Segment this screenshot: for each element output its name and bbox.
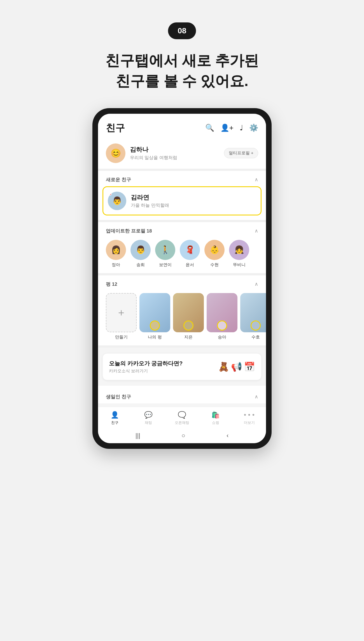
headline: 친구탭에서 새로 추가된 친구를 볼 수 있어요. [105, 50, 259, 91]
story-item-3[interactable]: 승아 [207, 293, 237, 340]
nav-item-shopping[interactable]: 🛍️ 쇼핑 [199, 411, 232, 425]
profile-thumb-3[interactable]: 🧣 윤서 [180, 240, 200, 268]
thumb-avatar-5: 👧 [229, 240, 249, 260]
new-dot [108, 192, 112, 196]
story-item-1[interactable]: 나의 펑 [139, 293, 170, 340]
story-avatar-ring-3 [217, 320, 227, 331]
story-name-4: 수호 [251, 335, 260, 340]
profile-thumb-1[interactable]: 👨 송희 [130, 240, 151, 268]
birthday-section: 생일인 친구 ∧ [98, 389, 266, 403]
new-friend-status: 가을 하늘 만끽할래 [131, 203, 169, 208]
birthday-header: 생일인 친구 ∧ [98, 389, 266, 403]
new-friends-label: 새로운 친구 [106, 176, 131, 183]
my-avatar-image: 😊 [106, 143, 125, 163]
nav-item-chat[interactable]: 💬 채팅 [132, 411, 165, 425]
updated-profiles-header: 업데이트한 프로필 18 ∧ [98, 223, 266, 238]
story-item-2[interactable]: 지은 [173, 293, 204, 340]
profile-thumb-5[interactable]: 👧 뚜비니 [229, 240, 249, 268]
settings-icon[interactable]: ⚙️ [249, 124, 258, 132]
story-card-3 [207, 293, 237, 332]
new-friend-box[interactable]: 👨 김라연 가을 하늘 만끽할래 [102, 186, 262, 215]
story-header: 펑 12 ∧ [98, 276, 266, 291]
thumb-name-0: 정아 [112, 262, 120, 268]
my-profile-name: 김하나 [130, 145, 224, 154]
story-card-1 [139, 293, 170, 332]
my-avatar: 😊 [106, 143, 125, 163]
profile-thumb-0[interactable]: 👩 정아 [106, 240, 126, 268]
thumb-name-2: 보연이 [159, 262, 172, 268]
nav-friends-icon: 👤 [111, 411, 119, 419]
story-label: 펑 12 [106, 281, 117, 287]
nav-openchat-label: 오픈채팅 [175, 420, 189, 425]
nav-item-friends[interactable]: 👤 친구 [98, 411, 132, 425]
nav-friends-label: 친구 [111, 420, 118, 425]
thumb-name-1: 송희 [136, 262, 145, 268]
new-friend-info: 김라연 가을 하늘 만끽할래 [131, 193, 169, 208]
nav-more-label: 더보기 [244, 420, 255, 425]
page: 08 친구탭에서 새로 추가된 친구를 볼 수 있어요. 친구 🔍 👤+ ♩ ⚙… [0, 0, 364, 641]
updated-profiles-chevron: ∧ [255, 228, 258, 234]
profiles-scroll: 👩 정아 👨 송희 🚶 [98, 238, 266, 273]
nav-shopping-icon: 🛍️ [211, 411, 220, 419]
story-create-card: ＋ [106, 293, 137, 332]
story-avatar-ring-2 [183, 320, 193, 331]
thumb-name-3: 윤서 [186, 262, 194, 268]
story-create-label: 만들기 [115, 335, 128, 340]
story-card-4 [240, 293, 266, 332]
header-icons-group: 🔍 👤+ ♩ ⚙️ [205, 124, 258, 132]
spacer [98, 403, 266, 407]
story-section: 펑 12 ∧ ＋ 만들기 [98, 276, 266, 345]
music-icon[interactable]: ♩ [240, 124, 243, 132]
updated-profiles-section: 업데이트한 프로필 18 ∧ 👩 정아 👨 [98, 223, 266, 273]
step-badge: 08 [168, 22, 196, 39]
my-profile-info: 김하나 우리의 일상을 여행처럼 [130, 145, 224, 161]
story-item-4[interactable]: 수호 [240, 293, 266, 340]
new-friend-item: 👨 김라연 가을 하늘 만끽할래 [108, 192, 256, 210]
my-profile-section[interactable]: 😊 김하나 우리의 일상을 여행처럼 멀티프로필 + [98, 139, 266, 169]
story-avatar-ring-4 [251, 320, 261, 331]
new-friend-name: 김라연 [131, 193, 169, 202]
story-card-2 [173, 293, 204, 332]
new-friend-avatar: 👨 [108, 192, 126, 210]
kakao-banner[interactable]: 오늘의 카카오가 궁금하다면? 카카오소식 보러가기 🧸 📢 📅 [102, 353, 262, 380]
birthday-chevron: ∧ [255, 394, 258, 400]
kakao-banner-container: 오늘의 카카오가 궁금하다면? 카카오소식 보러가기 🧸 📢 📅 [98, 348, 266, 386]
nav-more-icon: • • • [244, 411, 255, 419]
multi-profile-button[interactable]: 멀티프로필 + [224, 148, 258, 158]
kakao-alert-icon: 📢 [231, 361, 242, 372]
headline-line1: 친구탭에서 새로 추가된 [105, 52, 259, 69]
nav-openchat-icon: 🗨️ [178, 411, 186, 419]
system-nav-menu[interactable]: ||| [136, 432, 140, 439]
thumb-name-4: 수현 [210, 262, 219, 268]
divider4 [98, 345, 266, 348]
kakao-title: 오늘의 카카오가 궁금하다면? [109, 360, 183, 367]
new-friends-header: 새로운 친구 ∧ [98, 171, 266, 186]
app-title: 친구 [106, 122, 125, 134]
badge-number: 08 [178, 26, 186, 35]
nav-chat-label: 채팅 [145, 420, 152, 425]
divider2 [98, 220, 266, 222]
story-plus-icon: ＋ [116, 306, 126, 319]
nav-item-openchat[interactable]: 🗨️ 오픈채팅 [165, 411, 199, 425]
search-icon[interactable]: 🔍 [205, 124, 214, 132]
add-friend-icon[interactable]: 👤+ [220, 124, 234, 132]
phone-mockup: 친구 🔍 👤+ ♩ ⚙️ 😊 김하나 우리의 일상을 여행처럼 멀티프로필 + [92, 108, 272, 449]
kakao-subtitle: 카카오소식 보러가기 [109, 368, 183, 374]
system-nav-home[interactable]: ○ [181, 432, 185, 439]
my-profile-status: 우리의 일상을 여행처럼 [130, 155, 224, 161]
system-nav: ||| ○ ‹ [98, 428, 266, 443]
system-nav-back[interactable]: ‹ [227, 432, 228, 439]
phone-screen: 친구 🔍 👤+ ♩ ⚙️ 😊 김하나 우리의 일상을 여행처럼 멀티프로필 + [98, 114, 266, 443]
nav-item-more[interactable]: • • • 더보기 [232, 411, 266, 425]
profile-thumb-4[interactable]: 👶 수현 [204, 240, 225, 268]
thumb-avatar-1: 👨 [130, 240, 151, 260]
thumb-avatar-3: 🧣 [180, 240, 200, 260]
new-friends-chevron: ∧ [255, 176, 258, 183]
stories-row: ＋ 만들기 나의 펑 [98, 291, 266, 345]
updated-profiles-label: 업데이트한 프로필 18 [106, 228, 152, 234]
thumb-dot-0 [106, 240, 109, 243]
story-create-item[interactable]: ＋ 만들기 [106, 293, 137, 340]
kakao-calendar-icon: 📅 [244, 361, 255, 372]
profile-thumb-2[interactable]: 🚶 보연이 [155, 240, 175, 268]
nav-shopping-label: 쇼핑 [212, 420, 219, 425]
